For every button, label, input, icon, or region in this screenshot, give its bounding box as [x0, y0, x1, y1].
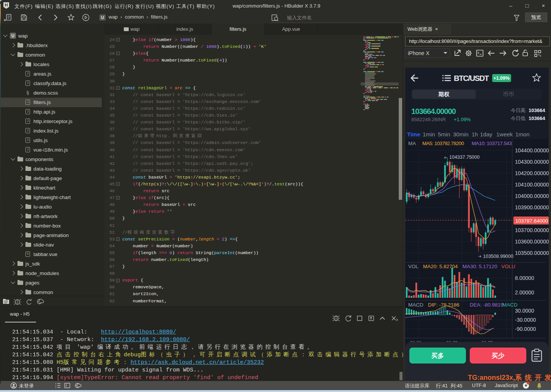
- svg-text:103700.00000: 103700.00000: [515, 227, 549, 233]
- svg-text:1h: 1h: [472, 131, 478, 138]
- svg-text:104400.00000: 104400.00000: [515, 147, 549, 153]
- svg-text:104337.75000: 104337.75000: [449, 155, 480, 160]
- svg-text:MA20: 5.82704: MA20: 5.82704: [423, 264, 458, 269]
- svg-text:1day: 1day: [480, 131, 493, 138]
- svg-text:VOL: VOL: [408, 264, 419, 269]
- svg-text:1min: 1min: [423, 131, 435, 138]
- svg-text:Time: Time: [407, 131, 420, 138]
- svg-text:MA30: 5.17120: MA30: 5.17120: [463, 264, 497, 269]
- svg-text:103787.64000: 103787.64000: [515, 218, 548, 224]
- svg-text:U: U: [101, 15, 104, 20]
- svg-text:104000.00000: 104000.00000: [515, 193, 549, 199]
- svg-text:DIF: -78.2186: DIF: -78.2186: [428, 302, 459, 308]
- svg-text:MA10: 103717.543: MA10: 103717.543: [472, 141, 512, 146]
- svg-text:104100.00000: 104100.00000: [515, 182, 549, 188]
- svg-text:MA: MA: [408, 141, 416, 146]
- svg-text:103508.99000: 103508.99000: [483, 254, 513, 259]
- svg-text:30.0000: 30.0000: [515, 308, 534, 314]
- svg-text:BTC/USDT: BTC/USDT: [454, 74, 489, 82]
- svg-text:-90.0000: -90.0000: [515, 326, 536, 332]
- svg-text:DEA: -80.9819: DEA: -80.9819: [470, 302, 504, 308]
- svg-text:MACD: MACD: [408, 302, 423, 308]
- svg-text:今日高: 今日高: [511, 107, 526, 113]
- svg-text:103900.00000: 103900.00000: [515, 204, 549, 210]
- svg-text:103664: 103664: [529, 115, 545, 121]
- svg-text:1week: 1week: [496, 131, 513, 138]
- svg-text:5min: 5min: [438, 131, 450, 138]
- svg-text:103600.00000: 103600.00000: [515, 239, 549, 245]
- svg-text:VOLU: VOLU: [501, 264, 515, 269]
- svg-text:买多: 买多: [431, 352, 444, 359]
- svg-text:期权: 期权: [438, 91, 450, 97]
- svg-text:8582249.26INR: 8582249.26INR: [411, 117, 446, 122]
- svg-text:买少: 买少: [492, 352, 505, 359]
- svg-text:今日低: 今日低: [511, 115, 526, 121]
- svg-text:1mon: 1mon: [515, 131, 530, 138]
- svg-text:104200.00000: 104200.00000: [515, 170, 549, 176]
- svg-text:2.00000: 2.00000: [515, 289, 534, 296]
- svg-text:8.00000: 8.00000: [515, 275, 534, 281]
- svg-text:103664.00000: 103664.00000: [411, 107, 456, 115]
- svg-text:104300.00000: 104300.00000: [515, 159, 549, 165]
- svg-text:币币: 币币: [503, 91, 514, 97]
- svg-text:30min: 30min: [453, 131, 469, 138]
- svg-text:103500.00000: 103500.00000: [515, 250, 549, 256]
- svg-text:-30.0000: -30.0000: [515, 317, 536, 323]
- svg-text:103664: 103664: [529, 107, 545, 113]
- svg-text:+1.09%: +1.09%: [493, 76, 510, 81]
- svg-text:+1.09%: +1.09%: [454, 117, 471, 122]
- svg-text:MACD: MACD: [502, 302, 518, 308]
- svg-text:MA5: 103792.78200: MA5: 103792.78200: [422, 141, 464, 146]
